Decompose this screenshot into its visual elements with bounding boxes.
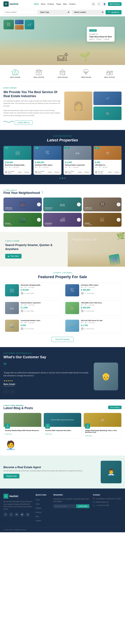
neighborhood-arrow-2[interactable]: › [117, 202, 120, 206]
featured-card-price-0: $ 30,000 [21, 289, 60, 291]
footer-link-services[interactable]: Services [36, 510, 50, 514]
neighborhood-item-2[interactable]: 🚇 California 15 Properties › [83, 198, 122, 212]
nav-about[interactable]: About [41, 3, 46, 5]
prop-type-hexa[interactable]: HEXA HOUSE [10, 68, 20, 78]
nav-property[interactable]: Property [48, 3, 54, 5]
svg-rect-1 [14, 73, 16, 75]
register-now-button[interactable]: Register Now [4, 474, 20, 478]
agent-avatar-2 [65, 171, 68, 174]
neighborhood-item-4[interactable]: 🏙 Louisiana 9 Properties › [43, 213, 82, 227]
youtube-icon[interactable]: ▶ [20, 512, 24, 517]
footer-about-desc: We are with real estate services help yo… [4, 500, 32, 510]
neighborhood-label-2: California 15 Properties [84, 207, 92, 210]
newsletter-email-input[interactable] [53, 504, 76, 508]
contact-us-button[interactable]: Contact With Us [14, 120, 32, 125]
location-select[interactable]: Select Location [72, 10, 104, 14]
footer-link-property[interactable]: Property [36, 506, 50, 509]
neighborhood-arrow-5[interactable]: › [117, 218, 120, 222]
blog-read-more-0[interactable]: Read More... [5, 433, 13, 435]
linkedin-icon[interactable]: in [14, 512, 19, 517]
property-detail-btn-1[interactable]: Detail [47, 171, 52, 174]
neighborhood-item-5[interactable]: 🏛 Atlanta 11 Properties › [83, 213, 122, 227]
about-img-2: 🛋 [94, 92, 122, 105]
facebook-icon[interactable]: f [4, 512, 8, 517]
blog-read-more-2[interactable]: Read More... [85, 435, 93, 436]
featured-agent-3: Dr. Sandy Miller [81, 310, 120, 312]
neighborhood-arrow-4[interactable]: › [77, 218, 81, 222]
search-icon-button[interactable]: 🔍 [91, 2, 96, 6]
property-preview-btn-0[interactable]: Preview [23, 171, 30, 174]
become-agent-text: Become a Real Estate Agent We will walk … [4, 466, 97, 478]
footer-email: ✉ info@example.com [93, 501, 122, 503]
footer-link-home[interactable]: Home [36, 498, 50, 501]
footer-link-blog[interactable]: Blog [36, 514, 50, 518]
svg-rect-2 [15, 71, 16, 72]
footer-quick-links-col: Quick Links Home About Property Services… [36, 494, 50, 523]
pinterest-icon[interactable]: p [26, 512, 30, 517]
prop-type-tech-house[interactable]: TECH HOUSE [58, 68, 68, 78]
add-property-button[interactable]: Add Property [108, 2, 122, 6]
nav-actions: 🔍 ♡ 👤 Add Property [91, 2, 122, 6]
neighborhood-item-0[interactable]: 🌉 California 12 Properties › [4, 198, 42, 212]
nav-contacts[interactable]: Contacts [69, 3, 76, 5]
carousel-dots [4, 178, 122, 179]
search-button[interactable]: 🔍 SEARCH [106, 10, 122, 14]
testimonials-next-button[interactable]: → [10, 389, 14, 394]
featured-avatar-4 [21, 327, 24, 330]
location-input[interactable] [4, 10, 36, 14]
featured-img-2: 🏘 [5, 302, 19, 314]
featured-card-price-1: $ 450,000 [81, 289, 120, 291]
nav-pages[interactable]: Pages [56, 3, 61, 5]
dot-1[interactable] [62, 178, 63, 179]
neighborhood-arrow-3[interactable]: › [37, 218, 41, 222]
footer-link-about[interactable]: About [36, 502, 50, 505]
see-all-blogs-button[interactable]: See All Blogs [108, 406, 122, 409]
prop-type-real-estate-2[interactable]: REAL ESTATE [104, 68, 115, 78]
footer-social: f t in ▶ p [4, 512, 32, 517]
footer-newsletter-desc: Subscribe to our newsletter and get the … [53, 498, 90, 502]
footer-link-contact[interactable]: Contact [36, 519, 50, 522]
logo[interactable]: H Hanlisti [4, 2, 18, 6]
featured-avatar-1 [81, 292, 84, 295]
neighborhood-arrow-0[interactable]: › [37, 202, 41, 206]
featured-card-meta-3: 🛏 3 🚿 2 1,200 sqft [81, 304, 120, 306]
twitter-icon[interactable]: t [9, 512, 13, 517]
svg-line-11 [60, 70, 62, 72]
blog-read-more-1[interactable]: Read More... [45, 433, 53, 435]
featured-card-title-3: Affordable Green Villa Hous... [81, 302, 120, 304]
user-icon-button[interactable]: 👤 [102, 2, 106, 6]
property-preview-btn-2[interactable]: Preview [83, 171, 90, 174]
footer-contact-col: Contact 📍 110 William St, Melbourne Vic … [93, 494, 122, 523]
neighborhood-label-3: Kansas 6 Properties [5, 222, 12, 225]
prop-type-real-estate-1[interactable]: REAL ESTATE [34, 68, 44, 78]
become-agent-title: Become a Real Estate Agent [4, 466, 97, 469]
play-video-button[interactable]: ▶ Play Video [5, 254, 22, 258]
property-detail-btn-2[interactable]: Detail [77, 171, 83, 174]
neighborhood-item-3[interactable]: 🌃 Kansas 6 Properties › [4, 213, 42, 227]
footer-logo-text: Hanlisti [10, 495, 18, 498]
featured-avatar-3 [81, 310, 84, 312]
property-preview-btn-1[interactable]: Preview [53, 171, 60, 174]
property-badge-2: Sale [64, 147, 69, 149]
dot-0[interactable] [60, 178, 61, 179]
property-detail-btn-3[interactable]: Detail [107, 171, 113, 174]
testimonials-prev-button[interactable]: ← [4, 389, 8, 394]
neighborhood-arrow-1[interactable]: › [77, 202, 81, 206]
nav-home[interactable]: Home [34, 3, 39, 5]
neighborhood-item-1[interactable]: 🏘 Claremont 8 Properties › [43, 198, 82, 212]
view-all-properties-button[interactable]: View All Properties [52, 337, 73, 342]
newsletter-submit-button[interactable]: SUBSCRIBE [76, 504, 90, 508]
address-icon: 📍 [93, 498, 95, 500]
featured-card-5: 🏊 Sky Pool Villa House for Sale 🛏 5 🚿 3 … [64, 318, 122, 334]
featured-card-4: 🌊 Countryside Modern Lake... 🛏 4 🚿 2 2,2… [4, 318, 61, 334]
nav-blog[interactable]: Blog [63, 3, 67, 5]
featured-agent-4: Dr. Tom Rhodes [21, 327, 60, 330]
type-select[interactable]: Select Type [38, 10, 70, 14]
property-preview-btn-3[interactable]: Preview [113, 171, 120, 174]
property-detail-btn-0[interactable]: Detail [17, 171, 22, 174]
property-title-2: Diamond Marco Apartment [65, 164, 90, 166]
heart-icon-button[interactable]: ♡ [97, 2, 101, 6]
dot-2[interactable] [64, 178, 66, 179]
neighborhood-label-5: Atlanta 11 Properties [84, 222, 92, 225]
prop-type-tree-house[interactable]: TREE HOUSE [81, 68, 91, 78]
